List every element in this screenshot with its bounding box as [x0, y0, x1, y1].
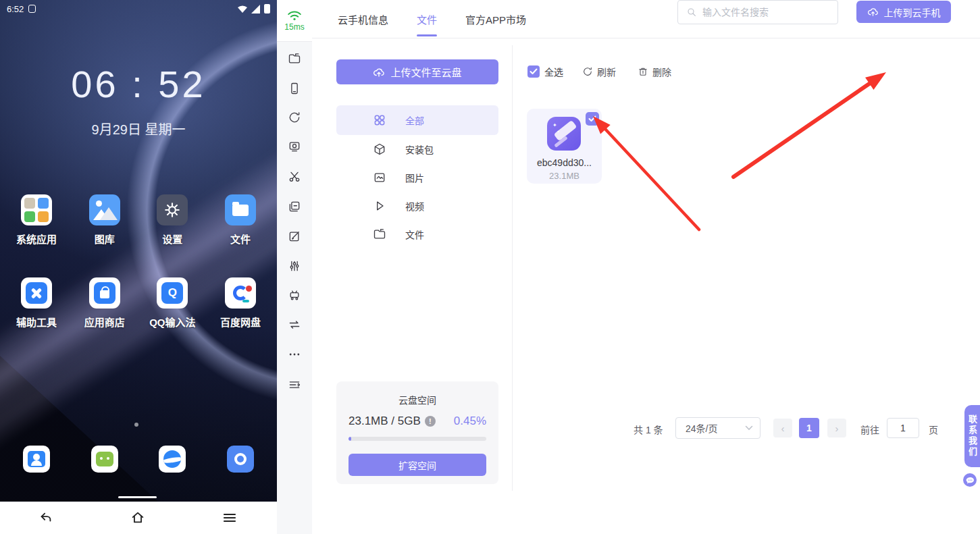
- phone-nav-bar: [0, 502, 277, 534]
- edit-note-icon[interactable]: [288, 230, 301, 243]
- app-label: 设置: [162, 232, 182, 246]
- refresh-button[interactable]: 刷新: [582, 59, 616, 84]
- category-label: 全部: [405, 113, 424, 127]
- per-page-value: 24条/页: [686, 421, 717, 435]
- file-search-input[interactable]: [702, 7, 829, 18]
- app-store[interactable]: 应用商店: [74, 277, 135, 329]
- app-label: 图库: [95, 232, 115, 246]
- gallery-icon: [89, 194, 120, 225]
- file-app-icon: ✦✦: [547, 117, 581, 151]
- screen-settings-icon[interactable]: [288, 140, 301, 153]
- contact-us-widget[interactable]: 联系我们: [964, 405, 980, 467]
- swap-icon[interactable]: [288, 318, 301, 331]
- upload-to-cloud-phone-label: 上传到云手机: [884, 5, 941, 19]
- category-all[interactable]: 全部: [336, 105, 498, 135]
- category-label: 文件: [405, 228, 424, 241]
- collapse-icon[interactable]: [288, 378, 301, 392]
- file-card[interactable]: ✦✦ ebc49dd30... 23.1MB: [527, 109, 602, 184]
- app-qq-input[interactable]: Q QQ输入法: [142, 277, 203, 329]
- upload-to-cloud-phone-button[interactable]: 上传到云手机: [856, 1, 951, 23]
- app-assist-tools[interactable]: 辅助工具: [6, 277, 67, 329]
- restart-sync-icon[interactable]: [288, 111, 301, 124]
- app-label: 应用商店: [84, 315, 125, 329]
- app-grid-row2: 辅助工具 应用商店 Q QQ输入法 百度网盘: [6, 277, 271, 329]
- upload-to-cloud-disk-label: 上传文件至云盘: [390, 65, 461, 79]
- file-transfer-icon[interactable]: [288, 52, 301, 65]
- category-files[interactable]: 文件: [336, 220, 498, 248]
- phone-status-bar: 6:52: [0, 0, 277, 18]
- package-cube-icon: [373, 142, 386, 156]
- device-icon[interactable]: [288, 82, 301, 95]
- app-label: QQ输入法: [149, 315, 195, 329]
- more-icon[interactable]: [288, 348, 301, 361]
- nav-back-button[interactable]: [0, 510, 92, 525]
- page-unit-label: 页: [929, 423, 938, 436]
- cloud-upload-icon: [867, 7, 879, 17]
- tab-official-app-market[interactable]: 官方APP市场: [465, 0, 526, 38]
- clone-icon[interactable]: [288, 200, 301, 213]
- app-gallery[interactable]: 图库: [74, 194, 135, 246]
- phone-screen[interactable]: 6:52 06 : 52 9月29日 星期一 系统应用 图库: [0, 0, 277, 502]
- dock-contacts-icon[interactable]: [23, 446, 50, 473]
- storage-title: 云盘空间: [336, 393, 498, 406]
- settings-gear-icon: [157, 194, 188, 225]
- contact-chat-button[interactable]: [962, 472, 978, 488]
- delete-label: 删除: [652, 65, 671, 78]
- category-label: 视频: [405, 199, 424, 213]
- dock-messages-icon[interactable]: [91, 446, 118, 473]
- per-page-select[interactable]: 24条/页: [675, 417, 760, 439]
- dock-camera-icon[interactable]: [227, 446, 254, 473]
- app-files[interactable]: 文件: [210, 194, 271, 246]
- file-name: ebc49dd30...: [527, 157, 602, 168]
- tab-files[interactable]: 文件: [417, 0, 437, 38]
- app-baidu-netdisk[interactable]: 百度网盘: [210, 277, 271, 329]
- baidu-netdisk-icon: [225, 277, 256, 309]
- category-videos[interactable]: 视频: [336, 192, 498, 220]
- cloud-machine-icon[interactable]: [288, 288, 301, 302]
- app-label: 文件: [230, 232, 251, 246]
- status-badge-icon: [28, 5, 36, 13]
- contact-us-label: 联系我们: [966, 415, 979, 458]
- dock-browser-icon[interactable]: [159, 446, 186, 473]
- page-indicator-dot: [134, 423, 138, 427]
- home-indicator: [118, 496, 157, 498]
- page-number-button[interactable]: 1: [799, 418, 819, 438]
- category-images[interactable]: 图片: [336, 163, 498, 192]
- sliders-icon[interactable]: [288, 259, 301, 273]
- file-size: 23.1MB: [527, 171, 602, 181]
- latency-indicator[interactable]: 15ms: [277, 0, 312, 42]
- app-label: 百度网盘: [220, 315, 261, 329]
- app-system-apps[interactable]: 系统应用: [6, 194, 67, 246]
- tab-cloud-phone-info[interactable]: 云手机信息: [338, 0, 388, 38]
- app-settings[interactable]: 设置: [142, 194, 203, 246]
- grid-icon: [373, 113, 386, 127]
- files-folder-icon: [225, 194, 256, 225]
- status-wifi-icon: [237, 5, 248, 14]
- category-label: 安装包: [405, 142, 434, 156]
- category-packages[interactable]: 安装包: [336, 135, 498, 163]
- folder-icon: [373, 228, 386, 241]
- file-search-box[interactable]: [677, 0, 838, 24]
- status-time: 6:52: [7, 4, 24, 14]
- prev-page-button[interactable]: ‹: [773, 419, 792, 437]
- latency-value: 15ms: [284, 22, 304, 32]
- next-page-button[interactable]: ›: [827, 419, 846, 437]
- clipboard-scissors-icon[interactable]: [288, 170, 301, 184]
- select-all-control[interactable]: 全选: [527, 59, 563, 84]
- app-label: 系统应用: [16, 232, 57, 246]
- dock: [6, 446, 271, 473]
- delete-button[interactable]: 删除: [638, 59, 671, 84]
- expand-storage-button[interactable]: 扩容空间: [349, 454, 486, 476]
- file-checkbox[interactable]: [586, 112, 599, 126]
- tool-strip: 15ms: [277, 0, 312, 534]
- upload-to-cloud-disk-button[interactable]: 上传文件至云盘: [336, 59, 498, 84]
- nav-home-button[interactable]: [92, 510, 184, 525]
- select-all-checkbox[interactable]: [527, 65, 540, 78]
- nav-menu-button[interactable]: [184, 512, 276, 523]
- pagination: 共 1 条 24条/页 ‹ 1 › 前往 页: [312, 417, 980, 439]
- refresh-label: 刷新: [597, 65, 616, 78]
- status-battery-icon: [264, 4, 270, 14]
- goto-page-input[interactable]: [887, 418, 919, 438]
- search-icon: [686, 7, 697, 18]
- app-label: 辅助工具: [16, 315, 57, 329]
